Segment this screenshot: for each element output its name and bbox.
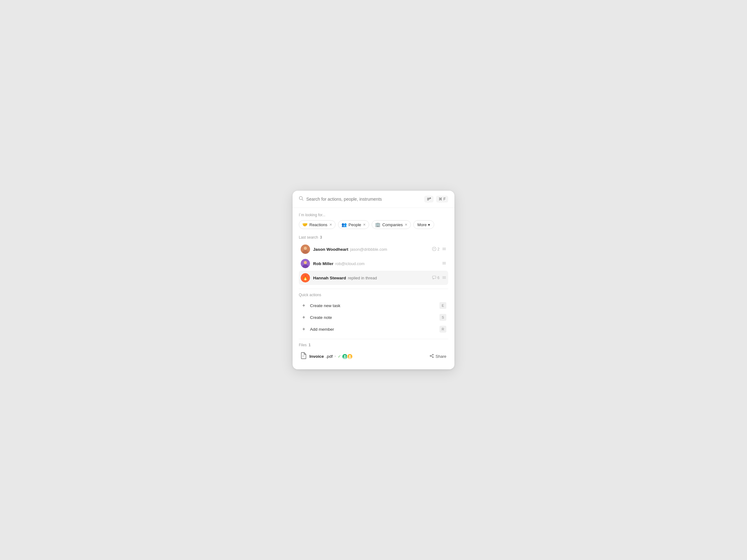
jason-comments: 2 (432, 247, 439, 252)
file-invoice[interactable]: Invoice .pdf • ✓ (299, 350, 448, 363)
svg-point-32 (349, 355, 351, 357)
plus-icon-member: + (301, 326, 307, 332)
shortcut-s: S (439, 314, 446, 321)
chip-companies-label: Companies (382, 222, 403, 227)
quick-actions-label: Quick actions (299, 293, 321, 297)
list-item-rob[interactable]: Rob Miller rob@icloud.com (299, 256, 448, 271)
files-label: Files (299, 343, 307, 347)
shortcut-e: E (439, 302, 446, 309)
create-note-label: Create note (310, 315, 436, 320)
divider-2 (299, 339, 448, 339)
svg-point-35 (433, 357, 434, 358)
svg-point-15 (304, 261, 307, 264)
filter-chips: 🤝 Reactions ✕ 👥 People ✕ 🏢 Companies ✕ M… (299, 220, 448, 229)
svg-point-30 (343, 357, 346, 359)
plus-icon-task: + (301, 302, 307, 309)
rob-info: Rob Miller rob@icloud.com (313, 261, 439, 266)
svg-text:🔥: 🔥 (302, 275, 308, 281)
svg-point-16 (303, 264, 308, 268)
quick-actions-header: Quick actions (299, 293, 448, 297)
companies-icon: 🏢 (375, 222, 380, 227)
plus-icon-note: + (301, 314, 307, 320)
chip-reactions[interactable]: 🤝 Reactions ✕ (299, 220, 336, 229)
hannah-info: Hannah Steward replied in thread (313, 276, 429, 280)
create-task-item[interactable]: + Create new task E (299, 300, 448, 312)
svg-point-7 (303, 250, 308, 254)
file-name-bold: Invoice (309, 354, 324, 359)
create-task-label: Create new task (310, 303, 436, 308)
search-icon (299, 196, 304, 202)
rob-menu-icon[interactable] (442, 261, 446, 266)
search-bar: ⌘ F (292, 191, 455, 208)
rob-name: Rob Miller (313, 261, 333, 266)
search-input[interactable] (306, 196, 422, 202)
last-search-count: 3 (320, 235, 322, 240)
jason-info: Jason Woodheart jason@dribbble.com (313, 247, 429, 252)
chip-people-label: People (349, 222, 361, 227)
file-doc-icon (301, 352, 306, 361)
reactions-icon: 🤝 (302, 222, 308, 227)
chat-icon (432, 275, 436, 281)
share-label: Share (435, 354, 446, 359)
divider-1 (299, 289, 448, 289)
file-avatars (343, 353, 353, 359)
chevron-down-icon: ▾ (428, 222, 430, 227)
list-item-hannah[interactable]: 🔥 Hannah Steward replied in thread 6 (299, 271, 448, 285)
people-icon: 👥 (341, 222, 347, 227)
jason-comment-count: 2 (437, 247, 439, 251)
key-f: F (443, 197, 446, 201)
chip-companies-close[interactable]: ✕ (405, 223, 407, 226)
hannah-sub: replied in thread (348, 276, 377, 280)
svg-line-1 (302, 199, 304, 201)
create-note-item[interactable]: + Create note S (299, 312, 448, 323)
last-search-label: Last search (299, 235, 318, 240)
file-info: Invoice .pdf • ✓ (309, 353, 427, 359)
cmd-icon: ⌘ (439, 197, 442, 201)
hannah-name: Hannah Steward (313, 276, 346, 280)
file-ext: .pdf (326, 354, 333, 359)
add-member-label: Add member (310, 327, 436, 331)
chip-reactions-label: Reactions (309, 222, 328, 227)
search-actions: ⌘ F (424, 196, 448, 203)
share-button[interactable]: Share (430, 354, 446, 359)
add-member-item[interactable]: + Add member R (299, 323, 448, 335)
rob-email: rob@icloud.com (335, 261, 364, 266)
hannah-comments: 6 (432, 275, 439, 281)
avatar-jason (301, 244, 310, 254)
shortcut-r: R (439, 326, 446, 332)
chip-companies[interactable]: 🏢 Companies ✕ (371, 220, 411, 229)
hannah-comment-count: 6 (437, 276, 439, 280)
jason-menu-icon[interactable] (442, 247, 446, 252)
files-count: 1 (308, 343, 311, 347)
svg-point-36 (430, 355, 431, 356)
svg-point-33 (348, 357, 352, 359)
avatar-rob (301, 259, 310, 268)
keyboard-shortcut-button[interactable]: ⌘ F (436, 196, 448, 203)
more-button[interactable]: More ▾ (413, 220, 434, 229)
sort-button[interactable] (424, 196, 434, 203)
svg-point-29 (344, 355, 346, 357)
svg-point-8 (432, 247, 436, 251)
avatar-hannah: 🔥 (301, 273, 310, 283)
rob-meta (442, 261, 446, 266)
svg-point-6 (304, 247, 307, 250)
files-header: Files 1 (299, 343, 448, 347)
modal-body: I`m looking for... 🤝 Reactions ✕ 👥 Peopl… (292, 208, 455, 369)
chip-people[interactable]: 👥 People ✕ (338, 220, 369, 229)
jason-meta: 2 (432, 247, 446, 252)
looking-for-label: I`m looking for... (299, 213, 448, 217)
search-modal: ⌘ F I`m looking for... 🤝 Reactions ✕ 👥 P… (292, 191, 455, 369)
list-item-jason[interactable]: Jason Woodheart jason@dribbble.com 2 (299, 242, 448, 256)
hannah-menu-icon[interactable] (442, 275, 446, 281)
last-search-header: Last search 3 (299, 235, 448, 240)
file-dot: • (335, 354, 336, 359)
jason-name: Jason Woodheart (313, 247, 348, 252)
chip-reactions-close[interactable]: ✕ (329, 223, 332, 226)
svg-line-38 (431, 356, 433, 357)
svg-point-34 (433, 354, 434, 355)
svg-rect-22 (433, 276, 436, 278)
file-check-icon: ✓ (338, 354, 341, 359)
share-icon (430, 354, 434, 359)
chip-people-close[interactable]: ✕ (363, 223, 366, 226)
file-avatar-2 (347, 353, 353, 359)
